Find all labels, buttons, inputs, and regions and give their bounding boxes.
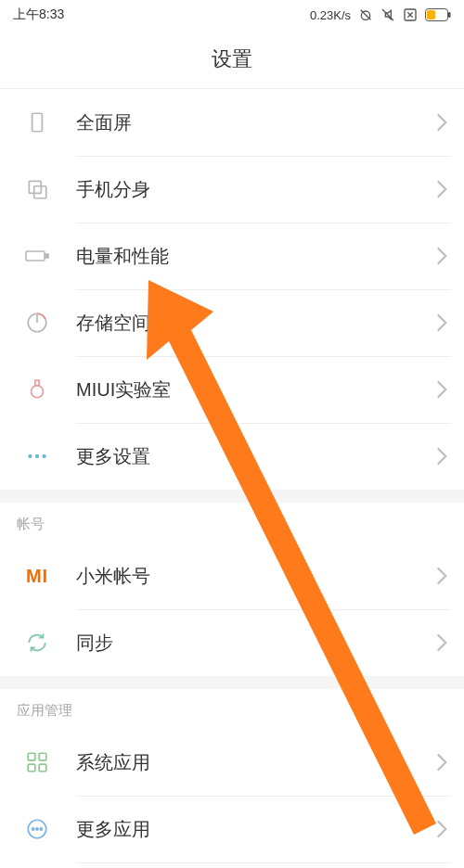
status-right: 0.23K/s [310, 7, 451, 22]
chevron-right-icon [436, 753, 447, 772]
grid-icon [22, 747, 52, 777]
row-miui-lab[interactable]: MIUI实验室 [0, 356, 464, 423]
row-label: 更多设置 [76, 444, 436, 469]
sync-icon [22, 628, 52, 657]
row-dual-phone[interactable]: 手机分身 [0, 156, 464, 223]
chevron-right-icon [436, 113, 447, 132]
svg-rect-24 [39, 764, 46, 772]
row-label: 手机分身 [76, 177, 436, 202]
row-label: 同步 [76, 631, 436, 656]
svg-point-16 [32, 386, 44, 398]
status-bar: 上午8:33 0.23K/s [0, 0, 464, 30]
chevron-right-icon [436, 247, 447, 265]
svg-rect-8 [427, 10, 435, 19]
page-title: 设置 [0, 30, 464, 89]
svg-point-27 [36, 828, 38, 830]
svg-point-20 [42, 454, 45, 458]
svg-point-19 [35, 454, 39, 458]
row-more-settings[interactable]: 更多设置 [0, 423, 464, 490]
svg-rect-11 [34, 186, 46, 198]
settings-section-general: 全面屏 手机分身 电量和性能 存储空间 MIUI实验室 更多设置 [0, 89, 464, 490]
svg-rect-23 [28, 764, 35, 772]
row-storage[interactable]: 存储空间 [0, 289, 464, 356]
settings-section-account: 帐号 MI 小米帐号 同步 [0, 503, 464, 676]
battery-icon [425, 8, 451, 21]
svg-point-28 [40, 828, 42, 830]
row-label: 系统应用 [76, 750, 436, 775]
storage-icon [22, 308, 52, 338]
svg-rect-17 [35, 380, 39, 385]
svg-rect-22 [39, 753, 46, 760]
more-apps-icon [22, 814, 52, 844]
more-icon [22, 441, 52, 471]
row-battery[interactable]: 电量和性能 [0, 223, 464, 289]
row-fullscreen[interactable]: 全面屏 [0, 89, 464, 156]
lab-icon [22, 375, 52, 404]
svg-rect-9 [32, 113, 43, 132]
chevron-right-icon [436, 820, 447, 838]
row-label: 存储空间 [76, 311, 436, 336]
chevron-right-icon [436, 313, 447, 332]
chevron-right-icon [436, 567, 447, 585]
alarm-off-icon [358, 7, 373, 22]
volume-off-icon [380, 7, 395, 22]
chevron-right-icon [436, 633, 447, 652]
page-title-text: 设置 [212, 45, 252, 73]
svg-point-26 [32, 828, 34, 830]
fullscreen-icon [22, 108, 52, 137]
row-label: 电量和性能 [76, 244, 436, 269]
status-time: 上午8:33 [13, 6, 64, 23]
row-mi-account[interactable]: MI 小米帐号 [0, 542, 464, 609]
svg-rect-7 [448, 12, 451, 18]
dual-phone-icon [22, 174, 52, 204]
chevron-right-icon [436, 180, 447, 198]
row-label: MIUI实验室 [76, 377, 436, 402]
svg-rect-10 [29, 181, 41, 193]
svg-point-18 [28, 454, 32, 458]
row-sync[interactable]: 同步 [0, 609, 464, 676]
row-system-apps[interactable]: 系统应用 [0, 729, 464, 796]
row-dual-app[interactable]: 应用双开 [0, 862, 464, 868]
section-header-account: 帐号 [0, 503, 464, 542]
svg-rect-21 [28, 753, 35, 760]
svg-rect-13 [45, 254, 48, 258]
settings-section-apps: 应用管理 系统应用 更多应用 应用双开 [0, 689, 464, 868]
mi-logo-icon: MI [22, 561, 52, 591]
network-speed: 0.23K/s [310, 8, 351, 22]
battery-row-icon [22, 241, 52, 271]
row-more-apps[interactable]: 更多应用 [0, 796, 464, 862]
close-box-icon [403, 7, 418, 22]
svg-rect-12 [26, 251, 45, 261]
row-label: 小米帐号 [76, 564, 436, 589]
row-label: 更多应用 [76, 817, 436, 842]
row-label: 全面屏 [76, 110, 436, 135]
section-header-apps: 应用管理 [0, 689, 464, 729]
svg-line-2 [382, 9, 393, 20]
chevron-right-icon [436, 380, 447, 399]
chevron-right-icon [436, 447, 447, 466]
